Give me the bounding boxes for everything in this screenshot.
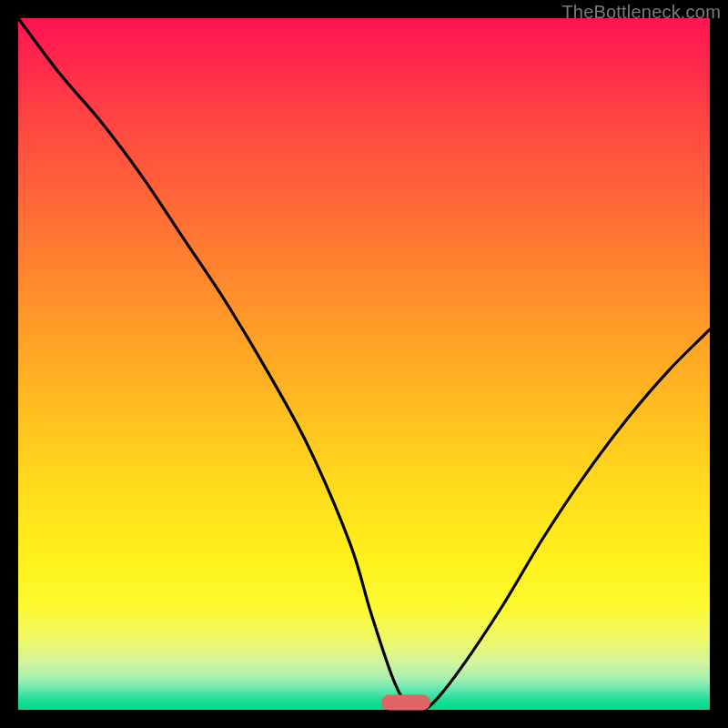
optimal-marker: [381, 695, 430, 711]
plot-area: [18, 18, 710, 710]
bottleneck-curve: [18, 18, 710, 710]
watermark-text: TheBottleneck.com: [561, 2, 721, 23]
chart-container: TheBottleneck.com: [0, 0, 728, 728]
